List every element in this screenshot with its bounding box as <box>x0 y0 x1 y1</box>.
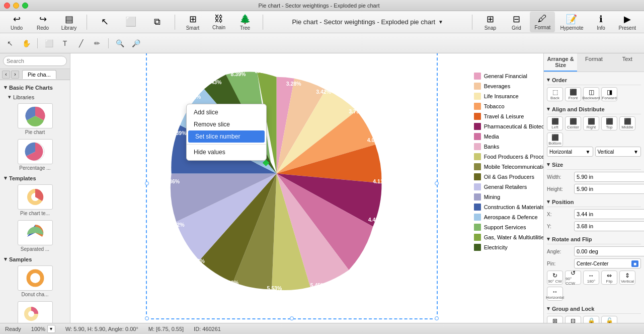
order-btns: ⬚ Back ⬛ Front ◫ Backward ◨ Forward <box>547 87 641 101</box>
thumb-percentage[interactable]: Percentage ... <box>0 137 70 173</box>
back-btn[interactable]: ⬚ Back <box>547 87 563 101</box>
align-top-btn[interactable]: ⬛ Top <box>601 116 617 130</box>
forward-btn[interactable]: ◨ Forward <box>601 87 617 101</box>
libraries-section[interactable]: ▾ Libraries <box>0 92 70 101</box>
legend-label-retailers: General Retailers <box>484 184 527 190</box>
front-btn[interactable]: ⬛ Front <box>565 87 581 101</box>
nav-forward-arrow[interactable]: › <box>11 71 19 79</box>
hand-tool[interactable]: ✋ <box>19 37 33 50</box>
samples-section[interactable]: ▾ Samples <box>0 254 70 263</box>
handle-bl[interactable] <box>145 316 149 320</box>
legend-color-retailers <box>474 183 481 190</box>
title-dropdown-icon[interactable]: ▼ <box>438 19 443 25</box>
zoom-in-btn[interactable]: 🔎 <box>129 37 143 50</box>
handle-mr[interactable] <box>435 181 439 185</box>
lock-btn[interactable]: 🔒 Lock <box>583 316 599 323</box>
thumb-donut[interactable]: Donut cha... <box>0 263 70 299</box>
pie-chart-svg[interactable]: 3.28% 3.42% 3.79% 4.07% 4.11% 4.46% 5.25… <box>156 62 387 294</box>
ungroup-btn[interactable]: ⊟ Ungroup <box>565 316 581 323</box>
flip-h-icon: ↔ <box>552 288 558 295</box>
thumb-pie-template[interactable]: Pie chart te... <box>0 182 70 218</box>
zoom-down-btn[interactable]: ▾ <box>47 325 55 333</box>
pin-select[interactable]: Center-Center ■ <box>574 258 641 269</box>
present-button[interactable]: ▶ Present <box>615 12 640 33</box>
unlock-btn[interactable]: 🔓 UnLock <box>601 316 617 323</box>
x-input[interactable] <box>574 209 644 219</box>
history-group: ↩ Undo ↪ Redo ▤ Library <box>4 12 82 33</box>
handle-ml[interactable] <box>145 181 149 185</box>
basic-pie-charts-section[interactable]: ▾ Basic Pie Charts <box>0 82 70 92</box>
handle-bc[interactable] <box>290 316 294 320</box>
info-button[interactable]: ℹ Info <box>589 12 614 33</box>
nav-back-arrow[interactable]: ‹ <box>2 71 10 79</box>
legend-color-gas-water <box>474 234 481 241</box>
flip-vertical-btn[interactable]: ⇕ Vertical <box>619 271 635 285</box>
minimize-button[interactable] <box>13 3 19 9</box>
chart-container[interactable]: 3.28% 3.42% 3.79% 4.07% 4.11% 4.46% 5.25… <box>146 53 438 319</box>
redo-button[interactable]: ↪ Redo <box>30 12 55 33</box>
align-center-btn[interactable]: ⬛ Center <box>565 116 581 130</box>
hide-values-menu-item[interactable]: Hide values <box>187 146 266 158</box>
hypernote-button[interactable]: 📝 Hypernote <box>556 12 587 33</box>
layers-btn[interactable]: ⧉ <box>144 15 170 30</box>
pct-label-pharma: 4.46% <box>368 217 383 223</box>
tree-button[interactable]: 🌲 Tree <box>232 12 258 33</box>
grid-button[interactable]: ⊟ Grid <box>504 12 529 33</box>
align-v-select[interactable]: Vertical ▼ <box>595 147 641 157</box>
backward-btn[interactable]: ◫ Backward <box>583 87 599 101</box>
rect-tool[interactable]: ⬜ <box>42 37 56 50</box>
svg-point-5 <box>30 273 40 283</box>
y-input[interactable] <box>574 221 644 231</box>
group-arrow: ▾ <box>547 305 550 312</box>
pointer-tool[interactable]: ↖ <box>3 37 17 50</box>
unlock-icon: 🔓 <box>606 317 613 323</box>
flip-btn[interactable]: ⇔ Flip <box>601 271 617 285</box>
format-button[interactable]: 🖊 Format <box>530 12 555 32</box>
rotate-title: ▾ Rotate and Flip <box>547 234 641 244</box>
pages-btn[interactable]: ⬜ <box>118 14 143 30</box>
tab-arrange-size[interactable]: Arrange & Size <box>544 53 577 72</box>
thumb-pie-sample[interactable]: Pie chart -... <box>0 299 70 323</box>
snap-button[interactable]: ⊞ Snap <box>477 12 503 33</box>
thumb-pie-chart[interactable]: Pie chart <box>0 101 70 137</box>
text-tool[interactable]: T <box>58 37 72 50</box>
nav-tab-pie[interactable]: Pie cha... <box>22 70 56 79</box>
width-input[interactable] <box>574 172 644 182</box>
align-right-btn[interactable]: ⬛ Right <box>583 116 599 130</box>
search-input[interactable] <box>3 56 67 66</box>
maximize-button[interactable] <box>22 3 28 9</box>
rotate-ccw-btn[interactable]: ↺ 90° CCW <box>565 271 581 285</box>
height-input[interactable] <box>574 184 644 194</box>
pen-tool[interactable]: ✏ <box>90 37 104 50</box>
layers-icon: ⧉ <box>154 17 160 27</box>
align-h-select[interactable]: Horizontal ▼ <box>547 147 593 157</box>
legend-gas-water: Gas, Water & Multiutilities <box>474 234 543 241</box>
thumb-separated[interactable]: Separated ... <box>0 218 70 254</box>
align-middle-btn[interactable]: ⬛ Middle <box>619 116 635 130</box>
undo-button[interactable]: ↩ Undo <box>4 12 29 33</box>
smart-icon: ⊞ <box>189 14 197 25</box>
chain-button[interactable]: ⛓ Chain <box>206 12 231 32</box>
group-title: ▾ Group and Lock <box>547 304 641 314</box>
select-tool[interactable]: ↖ <box>92 14 117 30</box>
align-bottom-btn[interactable]: ⬛ Bottom <box>547 132 563 147</box>
templates-section[interactable]: ▾ Templates <box>0 173 70 182</box>
set-slice-number-menu-item[interactable]: Set slice number <box>188 130 265 143</box>
tab-text[interactable]: Text <box>611 53 644 72</box>
zoom-out-btn[interactable]: 🔍 <box>113 37 127 50</box>
remove-slice-menu-item[interactable]: Remove slice <box>187 118 266 130</box>
close-button[interactable] <box>4 3 10 9</box>
flip-horizontal-btn[interactable]: ↔ Horizontal <box>547 287 563 301</box>
align-btns: ⬛ Left ⬛ Center ⬛ Right ⬛ Top <box>547 116 641 147</box>
add-slice-menu-item[interactable]: Add slice <box>187 106 266 118</box>
smart-button[interactable]: ⊞ Smart <box>180 12 205 33</box>
angle-input[interactable] <box>574 246 644 256</box>
tab-format[interactable]: Format <box>577 53 610 72</box>
handle-br[interactable] <box>435 316 439 320</box>
align-left-btn[interactable]: ⬛ Left <box>547 116 563 130</box>
library-button[interactable]: ▤ Library <box>56 12 82 33</box>
rotate-180-btn[interactable]: ↔ 180° <box>583 271 599 285</box>
line-tool[interactable]: ╱ <box>74 37 88 50</box>
group-btn[interactable]: ⊞ Group <box>547 316 563 323</box>
rotate-cw-btn[interactable]: ↻ 90° CW <box>547 271 563 285</box>
